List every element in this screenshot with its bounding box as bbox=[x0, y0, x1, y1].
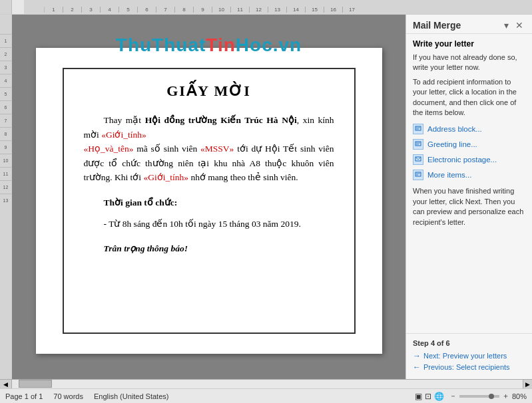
sidebar-controls: ▾ ✕ bbox=[502, 20, 525, 31]
scroll-thumb[interactable] bbox=[19, 380, 52, 388]
para1-merge2: «Họ_và_tên» bbox=[84, 144, 134, 154]
step-label: Step 4 of 6 bbox=[413, 339, 525, 347]
address-block-icon bbox=[413, 124, 423, 134]
print-layout-icon[interactable]: ▣ bbox=[415, 392, 422, 401]
more-items-link[interactable]: More items... bbox=[413, 169, 525, 181]
zoom-in-button[interactable]: ＋ bbox=[502, 391, 509, 401]
zoom-level: 80% bbox=[512, 392, 527, 400]
electronic-postage-icon bbox=[413, 154, 423, 165]
sidebar-title: Mail Merge bbox=[413, 20, 461, 31]
address-block-link[interactable]: Address block... bbox=[413, 123, 525, 135]
page-border: GIẤY MỜI Thay mặt Hội đồng trường Kiến T… bbox=[63, 68, 356, 334]
full-reading-icon[interactable]: ⊡ bbox=[425, 392, 431, 401]
ruler-left: 1 2 3 4 5 6 7 8 9 10 11 12 13 bbox=[0, 15, 12, 379]
document-page[interactable]: GIẤY MỜI Thay mặt Hội đồng trường Kiến T… bbox=[36, 48, 382, 354]
more-items-label: More items... bbox=[427, 171, 471, 179]
web-layout-icon[interactable]: 🌐 bbox=[434, 392, 444, 401]
document-title: GIẤY MỜI bbox=[84, 82, 334, 100]
address-block-label: Address block... bbox=[427, 125, 482, 133]
zoom-slider[interactable] bbox=[459, 395, 499, 398]
document-body[interactable]: Thay mặt Hội đồng trường Kiến Trúc Hà Nộ… bbox=[84, 113, 334, 256]
word-count: 70 words bbox=[53, 392, 83, 400]
svg-rect-7 bbox=[415, 172, 421, 176]
para1-bold: Hội đồng trường Kiến Trúc Hà Nội bbox=[145, 115, 297, 125]
sidebar: Mail Merge ▾ ✕ Write your letter If you … bbox=[405, 15, 532, 379]
electronic-postage-link[interactable]: Electronic postage... bbox=[413, 154, 525, 166]
para1-merge4: «Giới_tính» bbox=[144, 172, 189, 182]
sidebar-menu-button[interactable]: ▾ bbox=[502, 20, 511, 31]
greeting-line-icon bbox=[413, 139, 423, 150]
zoom-thumb bbox=[489, 394, 494, 399]
watermark-part3: Hoc.vn bbox=[236, 35, 302, 55]
greeting-line-label: Greeting line... bbox=[427, 140, 477, 148]
para1-prefix: Thay mặt bbox=[104, 115, 145, 125]
watermark-part1: ThuThuat bbox=[116, 35, 206, 55]
horizontal-scrollbar[interactable] bbox=[12, 380, 523, 388]
ruler-bar: 1 2 3 4 5 6 7 8 9 10 11 12 13 14 15 16 1… bbox=[24, 0, 532, 14]
document-area[interactable]: ThuThuatTinHoc.vn GIẤY MỜI Thay mặt Hội … bbox=[12, 15, 405, 379]
watermark-part2: Tin bbox=[206, 35, 235, 55]
write-letter-heading: Write your letter bbox=[413, 39, 525, 49]
nav-next-label: Next: Preview your letters bbox=[423, 352, 507, 360]
watermark: ThuThuatTinHoc.vn bbox=[116, 35, 302, 56]
nav-next-link[interactable]: → Next: Preview your letters bbox=[413, 351, 525, 360]
statusbar-right: ▣ ⊡ 🌐 － ＋ 80% bbox=[415, 391, 527, 401]
page-info: Page 1 of 1 bbox=[5, 392, 43, 400]
electronic-postage-label: Electronic postage... bbox=[427, 156, 497, 164]
sidebar-header: Mail Merge ▾ ✕ bbox=[406, 15, 532, 34]
next-arrow-icon: → bbox=[413, 351, 421, 360]
greeting-line-link[interactable]: Greeting line... bbox=[413, 138, 525, 150]
statusbar: Page 1 of 1 70 words English (United Sta… bbox=[0, 388, 532, 403]
para1-mid2: mã số sinh viên bbox=[133, 144, 200, 154]
closing-text: Trân trọng thông báo! bbox=[104, 243, 188, 253]
more-items-icon bbox=[413, 170, 423, 180]
language: English (United States) bbox=[94, 392, 169, 400]
prev-arrow-icon: ← bbox=[413, 362, 421, 372]
scroll-right-button[interactable]: ▶ bbox=[523, 380, 532, 388]
para1-end: nhớ mang theo thẻ sinh viên. bbox=[188, 172, 298, 182]
sidebar-close-button[interactable]: ✕ bbox=[513, 20, 525, 31]
svg-rect-3 bbox=[415, 142, 421, 146]
zoom-controls: － ＋ 80% bbox=[449, 391, 527, 401]
nav-prev-label: Previous: Select recipients bbox=[423, 363, 510, 371]
description-3: When you have finished writing your lett… bbox=[413, 186, 525, 227]
scrollbar-area[interactable]: ◀ ▶ bbox=[0, 379, 532, 388]
para1-merge3: «MSSV» bbox=[200, 144, 234, 154]
view-controls: ▣ ⊡ 🌐 bbox=[415, 392, 444, 401]
svg-rect-0 bbox=[415, 126, 421, 130]
main-area: 1 2 3 4 5 6 7 8 9 10 11 12 13 ThuThuatTi… bbox=[0, 15, 532, 379]
description-2: To add recipient information to your let… bbox=[413, 77, 525, 118]
section-time-label: Thời gian tổ chức: bbox=[84, 196, 334, 210]
zoom-out-button[interactable]: － bbox=[449, 391, 457, 401]
ruler-top: 1 2 3 4 5 6 7 8 9 10 11 12 13 14 15 16 1… bbox=[0, 0, 532, 15]
description-1: If you have not already done so, write y… bbox=[413, 53, 525, 73]
paragraph-1: Thay mặt Hội đồng trường Kiến Trúc Hà Nộ… bbox=[84, 113, 334, 185]
sidebar-footer: Step 4 of 6 → Next: Preview your letters… bbox=[406, 333, 532, 379]
section-time-content: - Từ 8h sáng đến 10h tối ngày 15 tháng 0… bbox=[84, 217, 334, 231]
para1-merge1: «Giới_tính» bbox=[101, 130, 146, 140]
sidebar-content[interactable]: Write your letter If you have not alread… bbox=[406, 34, 532, 333]
nav-prev-link[interactable]: ← Previous: Select recipients bbox=[413, 362, 525, 372]
closing: Trân trọng thông báo! bbox=[84, 241, 334, 256]
scroll-left-button[interactable]: ◀ bbox=[0, 380, 12, 388]
